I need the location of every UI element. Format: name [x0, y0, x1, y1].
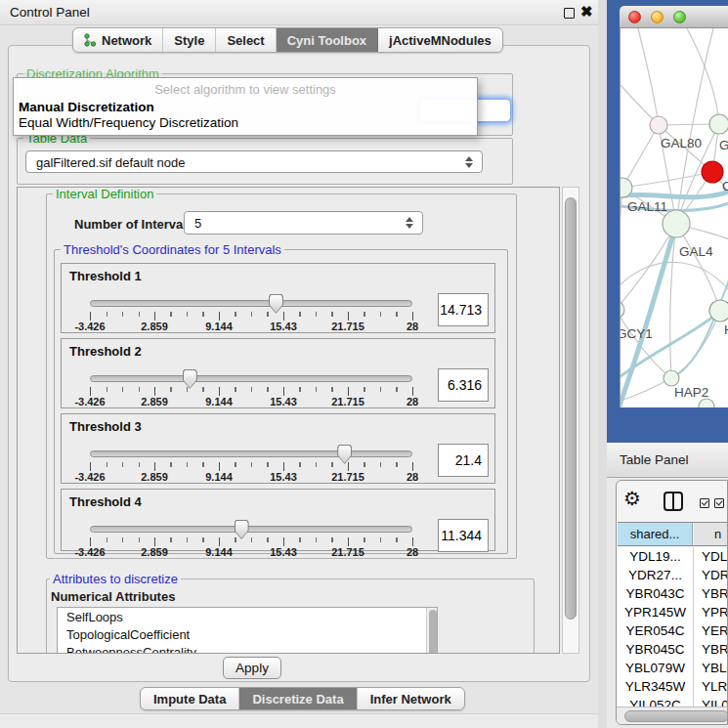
tick-label: 9.144 — [205, 471, 233, 483]
list-item-betweennesscentrality[interactable]: BetweennessCentrality — [58, 643, 437, 654]
threshold-4-slider-thumb[interactable] — [235, 520, 249, 539]
settings-scroll-viewport: Interval Definition Number of Intervals … — [17, 187, 560, 654]
control-panel-titlebar: Control Panel ✖ — [0, 0, 598, 25]
column-divider — [693, 547, 694, 707]
algorithm-dropdown-popup: Select algorithm to view settings Manual… — [13, 77, 478, 136]
tick-label: -3.426 — [74, 321, 105, 332]
tick-label: 28 — [407, 321, 418, 332]
node-red-selected[interactable] — [702, 161, 723, 183]
table-row[interactable]: YBR043CYBR0 — [618, 584, 728, 603]
tick-label: 21.715 — [331, 321, 364, 332]
screen: Control Panel ✖ Network Style Select Cyn… — [0, 0, 728, 728]
tick-label: 9.144 — [205, 396, 233, 407]
node-label-h: H — [724, 322, 728, 337]
network-window: GAL80 G C GAL11 GAL4 GCY1 H HAP2 — [620, 6, 728, 407]
table-row[interactable]: YBL079WYBL0 — [618, 659, 728, 677]
column-header-shared-name[interactable]: shared... — [618, 523, 693, 545]
close-traffic-light-icon[interactable] — [628, 11, 641, 23]
node-gcy1[interactable] — [621, 301, 624, 319]
threshold-2-slider-thumb[interactable] — [183, 369, 197, 389]
tab-cyni-toolbox[interactable]: Cyni Toolbox — [277, 28, 378, 52]
threshold-1-panel: Threshold 1 -3.426 2.859 9.144 15.43 21.… — [61, 263, 495, 333]
attributes-list-scrollbar[interactable] — [426, 608, 437, 654]
threshold-1-slider-thumb[interactable] — [269, 294, 283, 314]
table-row[interactable]: YPR145WYPR1 — [618, 603, 728, 621]
tab-network[interactable]: Network — [73, 28, 163, 52]
list-item-selfloops[interactable]: SelfLoops — [58, 608, 437, 625]
tick-label: 2.859 — [141, 321, 168, 332]
table-horizontal-scrollbar[interactable] — [617, 707, 728, 724]
tick-label: 2.859 — [141, 396, 168, 407]
tab-infer-network[interactable]: Infer Network — [358, 688, 464, 709]
slider-major-ticks — [90, 312, 413, 321]
node-label-c: C — [722, 179, 728, 193]
tick-label: 15.43 — [270, 321, 297, 332]
number-of-intervals-value: 5 — [194, 216, 201, 231]
column-header-name[interactable]: n — [694, 523, 728, 545]
algorithm-placeholder-item[interactable]: Select algorithm to view settings — [14, 82, 477, 97]
float-window-icon[interactable] — [564, 8, 575, 19]
threshold-3-slider-thumb[interactable] — [337, 445, 352, 464]
node-hap2[interactable] — [664, 370, 679, 386]
checkbox-icon[interactable] — [700, 498, 709, 508]
threshold-3-panel: Threshold 3 -3.426 2.859 9.144 15.43 21.… — [61, 413, 495, 484]
thresholds-group: Threshold's Coordinates for 5 Intervals … — [54, 249, 508, 554]
tick-label: -3.426 — [74, 471, 105, 483]
table-row[interactable]: YER054CYER0 — [618, 621, 728, 640]
table-row[interactable]: YDR27...YDR2 — [618, 566, 728, 584]
minimize-traffic-light-icon[interactable] — [651, 11, 664, 23]
node-pink[interactable] — [650, 116, 667, 134]
tab-select[interactable]: Select — [216, 28, 276, 52]
threshold-2-label: Threshold 2 — [69, 344, 142, 359]
node-g[interactable] — [709, 114, 728, 134]
threshold-2-slider-track[interactable] — [90, 375, 412, 382]
table-row[interactable]: YDL19...YDL1 — [618, 547, 728, 566]
node-label-gal80: GAL80 — [661, 136, 702, 150]
tab-style[interactable]: Style — [163, 28, 216, 52]
network-canvas[interactable]: GAL80 G C GAL11 GAL4 GCY1 H HAP2 — [620, 28, 728, 407]
table-row[interactable]: YIL052CYIL0 — [618, 696, 728, 707]
split-columns-icon[interactable] — [664, 492, 683, 511]
tab-discretize-data[interactable]: Discretize Data — [239, 688, 357, 709]
table-data-combobox[interactable]: galFiltered.sif default node — [25, 150, 483, 173]
tick-label: 2.859 — [141, 471, 168, 483]
threshold-3-value-field[interactable] — [438, 444, 489, 477]
threshold-2-value-field[interactable] — [438, 368, 489, 402]
tab-jactivemnodules[interactable]: jActiveMNodules — [378, 28, 502, 52]
threshold-3-label: Threshold 3 — [69, 419, 142, 434]
list-item-topologicalcoefficient[interactable]: TopologicalCoefficient — [58, 625, 437, 643]
checkbox-icon[interactable] — [714, 498, 724, 508]
scrollbar-thumb[interactable] — [565, 197, 577, 620]
algorithm-option-equal-width[interactable]: Equal Width/Frequency Discretization — [19, 115, 238, 130]
threshold-1-slider-track[interactable] — [90, 300, 412, 307]
tab-impute-data[interactable]: Impute Data — [141, 688, 239, 709]
threshold-4-slider-track[interactable] — [90, 526, 412, 533]
node-h[interactable] — [709, 300, 728, 321]
tick-label: 28 — [407, 471, 418, 483]
algorithm-option-manual[interactable]: Manual Discretization — [19, 100, 154, 114]
gear-icon[interactable]: ⚙ — [623, 487, 641, 510]
tick-label: 9.144 — [205, 546, 233, 558]
node-corner[interactable] — [699, 399, 714, 407]
network-window-titlebar[interactable] — [620, 6, 728, 28]
node-label-gcy1: GCY1 — [621, 326, 653, 341]
number-of-intervals-combobox[interactable]: 5 — [184, 211, 423, 235]
threshold-1-value-field[interactable] — [438, 293, 489, 326]
table-row[interactable]: YBR045CYBR0 — [618, 640, 728, 659]
threshold-4-value-field[interactable] — [438, 519, 489, 552]
table-row[interactable]: YLR345WYLR3 — [618, 677, 728, 696]
table-header-row: shared... n — [618, 522, 728, 546]
apply-button[interactable]: Apply — [223, 657, 281, 679]
settings-vertical-scrollbar[interactable] — [562, 187, 579, 654]
close-icon[interactable]: ✖ — [580, 3, 593, 21]
node-gal4[interactable] — [663, 210, 690, 237]
combo-stepper-icon — [465, 156, 474, 168]
slider-major-ticks — [90, 462, 413, 471]
threshold-3-slider-track[interactable] — [90, 450, 412, 457]
interval-definition-group: Interval Definition Number of Intervals … — [46, 193, 517, 559]
node-label-gal11: GAL11 — [627, 199, 667, 214]
zoom-traffic-light-icon[interactable] — [673, 11, 686, 23]
scrollbar-thumb[interactable] — [624, 710, 728, 722]
tick-label: 2.859 — [141, 546, 168, 558]
tick-label: 15.43 — [270, 471, 297, 483]
